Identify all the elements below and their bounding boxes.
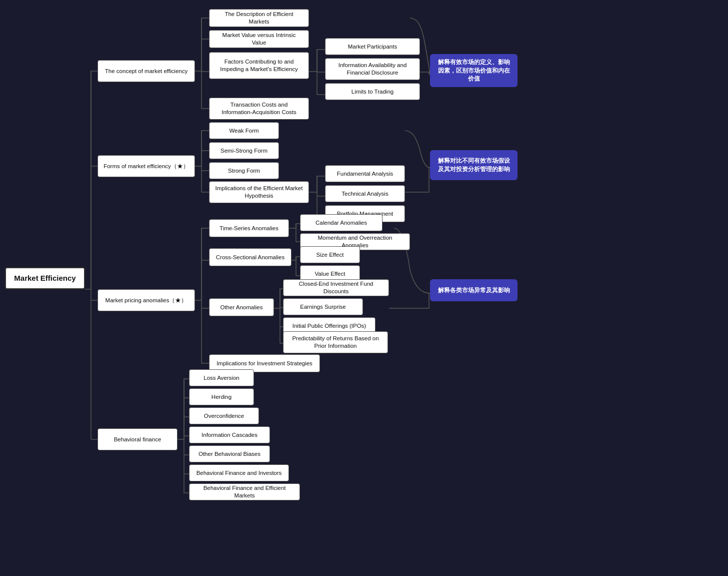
forms-label: Forms of market efficiency（★） — [104, 163, 189, 170]
predictability-label: Predictability of Returns Based on Prior… — [288, 335, 382, 350]
cross-sectional-label: Cross-Sectional Anomalies — [216, 254, 284, 261]
value-effect-label: Value Effect — [315, 270, 346, 278]
participants-label: Market Participants — [348, 43, 397, 51]
semi-node: Semi-Strong Form — [209, 142, 279, 159]
technical-label: Technical Analysis — [342, 190, 388, 198]
mind-map: Market Efficiency The concept of market … — [0, 0, 728, 576]
bf-markets-label: Behavioral Finance and Efficient Markets — [194, 484, 294, 499]
accent3-label: 解释各类市场异常及其影响 — [438, 286, 510, 295]
time-series-node: Time-Series Anomalies — [209, 219, 289, 237]
anomalies-node: Market pricing anomalies（★） — [98, 289, 195, 311]
ipo-label: Initial Public Offerings (IPOs) — [292, 322, 366, 330]
fundamental-label: Fundamental Analysis — [337, 170, 394, 178]
other-anomalies-node: Other Anomalies — [209, 298, 274, 316]
root-label: Market Efficiency — [14, 273, 76, 283]
accent1-node: 解释有效市场的定义、影响因素，区别市场价值和内在价值 — [430, 54, 518, 87]
implications-emh-node: Implications of the Efficient Market Hyp… — [209, 181, 309, 203]
info-cascades-label: Information Cascades — [202, 431, 258, 439]
concept-label: The concept of market efficiency — [105, 68, 188, 75]
earnings-label: Earnings Surprise — [300, 303, 346, 311]
desc-efficient-label: The Description of Efficient Markets — [214, 11, 304, 26]
concept-node: The concept of market efficiency — [98, 60, 195, 82]
bf-markets-node: Behavioral Finance and Efficient Markets — [189, 483, 300, 500]
weak-node: Weak Form — [209, 122, 279, 139]
weak-label: Weak Form — [229, 127, 258, 135]
info-avail-node: Information Availability and Financial D… — [325, 58, 420, 80]
info-avail-label: Information Availability and Financial D… — [330, 62, 414, 77]
earnings-node: Earnings Surprise — [283, 298, 363, 315]
size-effect-node: Size Effect — [300, 246, 360, 263]
transaction-node: Transaction Costs and Information-Acquis… — [209, 98, 309, 120]
herding-node: Herding — [189, 388, 254, 405]
closed-end-label: Closed-End Investment Fund Discounts — [288, 280, 384, 295]
forms-node: Forms of market efficiency（★） — [98, 155, 195, 177]
accent2-node: 解释对比不同有效市场假设及其对投资分析管理的影响 — [430, 150, 518, 180]
semi-label: Semi-Strong Form — [220, 147, 268, 155]
calendar-node: Calendar Anomalies — [300, 214, 382, 231]
implications-invest-label: Implications for Investment Strategies — [216, 360, 312, 367]
accent3-node: 解释各类市场异常及其影响 — [430, 279, 518, 301]
behavioral-label: Behavioral finance — [114, 436, 162, 443]
implications-emh-label: Implications of the Efficient Market Hyp… — [214, 185, 304, 200]
strong-label: Strong Form — [228, 167, 260, 175]
participants-node: Market Participants — [325, 38, 420, 55]
overconfidence-node: Overconfidence — [189, 407, 259, 424]
anomalies-label: Market pricing anomalies（★） — [106, 297, 188, 304]
other-biases-label: Other Behavioral Biases — [198, 450, 260, 458]
loss-label: Loss Aversion — [204, 374, 239, 382]
other-anomalies-label: Other Anomalies — [220, 304, 262, 311]
technical-node: Technical Analysis — [325, 185, 405, 202]
strong-node: Strong Form — [209, 162, 279, 179]
desc-efficient-node: The Description of Efficient Markets — [209, 9, 309, 27]
loss-node: Loss Aversion — [189, 369, 254, 386]
other-biases-node: Other Behavioral Biases — [189, 445, 270, 462]
size-effect-label: Size Effect — [316, 251, 344, 259]
market-value-node: Market Value versus Intrinsic Value — [209, 30, 309, 48]
closed-end-node: Closed-End Investment Fund Discounts — [283, 279, 389, 296]
calendar-label: Calendar Anomalies — [316, 219, 367, 227]
time-series-label: Time-Series Anomalies — [220, 225, 278, 232]
behavioral-node: Behavioral finance — [98, 428, 178, 450]
limits-node: Limits to Trading — [325, 83, 420, 100]
overconfidence-label: Overconfidence — [204, 412, 244, 420]
predictability-node: Predictability of Returns Based on Prior… — [283, 331, 388, 353]
factors-label: Factors Contributing to and Impeding a M… — [214, 58, 304, 73]
market-value-label: Market Value versus Intrinsic Value — [214, 32, 304, 47]
herding-label: Herding — [212, 393, 232, 401]
accent1-label: 解释有效市场的定义、影响因素，区别市场价值和内在价值 — [435, 58, 512, 83]
info-cascades-node: Information Cascades — [189, 426, 270, 443]
transaction-label: Transaction Costs and Information-Acquis… — [214, 101, 304, 116]
factors-node: Factors Contributing to and Impeding a M… — [209, 52, 309, 79]
cross-sectional-node: Cross-Sectional Anomalies — [209, 248, 292, 266]
fundamental-node: Fundamental Analysis — [325, 165, 405, 182]
accent2-label: 解释对比不同有效市场假设及其对投资分析管理的影响 — [435, 157, 512, 174]
bf-investors-node: Behavioral Finance and Investors — [189, 464, 289, 481]
root-node: Market Efficiency — [5, 267, 85, 289]
limits-label: Limits to Trading — [352, 88, 394, 96]
bf-investors-label: Behavioral Finance and Investors — [196, 469, 282, 477]
